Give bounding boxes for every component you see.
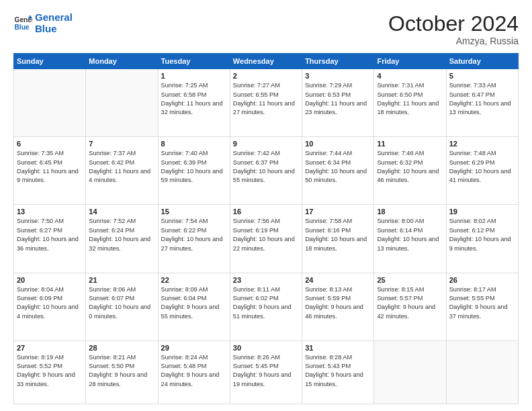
day-number: 17: [305, 208, 371, 216]
calendar-week-1: 1Sunrise: 7:25 AMSunset: 6:58 PMDaylight…: [14, 69, 519, 137]
day-number: 4: [377, 72, 443, 80]
day-number: 27: [17, 344, 83, 352]
day-info: Sunrise: 7:58 AMSunset: 6:16 PMDaylight:…: [305, 217, 371, 253]
day-info: Sunrise: 8:09 AMSunset: 6:04 PMDaylight:…: [161, 285, 227, 321]
calendar-cell: 18Sunrise: 8:00 AMSunset: 6:14 PMDayligh…: [374, 205, 446, 273]
day-number: 31: [305, 344, 371, 352]
day-info: Sunrise: 7:48 AMSunset: 6:29 PMDaylight:…: [449, 149, 515, 185]
calendar-cell: 26Sunrise: 8:17 AMSunset: 5:55 PMDayligh…: [446, 273, 518, 340]
calendar-cell: 4Sunrise: 7:31 AMSunset: 6:50 PMDaylight…: [374, 69, 446, 137]
day-number: 1: [161, 72, 227, 80]
calendar-cell: 7Sunrise: 7:37 AMSunset: 6:42 PMDaylight…: [86, 137, 158, 205]
day-info: Sunrise: 7:46 AMSunset: 6:32 PMDaylight:…: [377, 149, 443, 185]
calendar-cell: 24Sunrise: 8:13 AMSunset: 5:59 PMDayligh…: [302, 273, 374, 340]
day-info: Sunrise: 7:25 AMSunset: 6:58 PMDaylight:…: [161, 81, 227, 117]
col-thursday: Thursday: [302, 54, 374, 69]
calendar-cell: 2Sunrise: 7:27 AMSunset: 6:55 PMDaylight…: [230, 69, 302, 137]
header: General Blue GeneralBlue October 2024 Am…: [13, 12, 519, 46]
day-number: 3: [305, 72, 371, 80]
calendar-cell: 14Sunrise: 7:52 AMSunset: 6:24 PMDayligh…: [86, 205, 158, 273]
calendar-cell: 16Sunrise: 7:56 AMSunset: 6:19 PMDayligh…: [230, 205, 302, 273]
calendar-cell: 3Sunrise: 7:29 AMSunset: 6:53 PMDaylight…: [302, 69, 374, 137]
col-sunday: Sunday: [14, 54, 86, 69]
day-info: Sunrise: 8:28 AMSunset: 5:43 PMDaylight:…: [305, 353, 371, 389]
day-info: Sunrise: 8:15 AMSunset: 5:57 PMDaylight:…: [377, 285, 443, 321]
calendar-cell: 12Sunrise: 7:48 AMSunset: 6:29 PMDayligh…: [446, 137, 518, 205]
location: Amzya, Russia: [388, 36, 519, 46]
calendar-cell: 11Sunrise: 7:46 AMSunset: 6:32 PMDayligh…: [374, 137, 446, 205]
calendar-cell: 27Sunrise: 8:19 AMSunset: 5:52 PMDayligh…: [14, 340, 86, 404]
day-info: Sunrise: 7:37 AMSunset: 6:42 PMDaylight:…: [89, 149, 154, 185]
day-number: 2: [233, 72, 299, 80]
day-number: 25: [377, 276, 443, 284]
calendar-cell: 17Sunrise: 7:58 AMSunset: 6:16 PMDayligh…: [302, 205, 374, 273]
calendar-cell: 19Sunrise: 8:02 AMSunset: 6:12 PMDayligh…: [446, 205, 518, 273]
calendar-week-5: 27Sunrise: 8:19 AMSunset: 5:52 PMDayligh…: [14, 340, 519, 404]
day-info: Sunrise: 7:31 AMSunset: 6:50 PMDaylight:…: [377, 81, 443, 117]
calendar-cell: 6Sunrise: 7:35 AMSunset: 6:45 PMDaylight…: [14, 137, 86, 205]
calendar-cell: 28Sunrise: 8:21 AMSunset: 5:50 PMDayligh…: [86, 340, 158, 404]
day-info: Sunrise: 8:11 AMSunset: 6:02 PMDaylight:…: [233, 285, 299, 321]
calendar-cell: 25Sunrise: 8:15 AMSunset: 5:57 PMDayligh…: [374, 273, 446, 340]
calendar-cell: 21Sunrise: 8:06 AMSunset: 6:07 PMDayligh…: [86, 273, 158, 340]
logo: General Blue GeneralBlue: [13, 12, 73, 34]
day-info: Sunrise: 7:44 AMSunset: 6:34 PMDaylight:…: [305, 149, 371, 185]
day-number: 22: [161, 276, 227, 284]
day-info: Sunrise: 7:50 AMSunset: 6:27 PMDaylight:…: [17, 217, 83, 253]
calendar-cell: 1Sunrise: 7:25 AMSunset: 6:58 PMDaylight…: [158, 69, 230, 137]
calendar-cell: [86, 69, 158, 137]
col-friday: Friday: [374, 54, 446, 69]
day-info: Sunrise: 8:04 AMSunset: 6:09 PMDaylight:…: [17, 285, 83, 321]
calendar-table: Sunday Monday Tuesday Wednesday Thursday…: [13, 53, 519, 404]
day-number: 24: [305, 276, 371, 284]
title-block: October 2024 Amzya, Russia: [388, 12, 519, 46]
day-number: 18: [377, 208, 443, 216]
day-number: 20: [17, 276, 83, 284]
calendar-cell: 15Sunrise: 7:54 AMSunset: 6:22 PMDayligh…: [158, 205, 230, 273]
calendar-cell: 5Sunrise: 7:33 AMSunset: 6:47 PMDaylight…: [446, 69, 518, 137]
day-number: 5: [449, 72, 515, 80]
day-info: Sunrise: 7:27 AMSunset: 6:55 PMDaylight:…: [233, 81, 299, 117]
day-info: Sunrise: 7:33 AMSunset: 6:47 PMDaylight:…: [449, 81, 515, 117]
col-tuesday: Tuesday: [158, 54, 230, 69]
col-monday: Monday: [86, 54, 158, 69]
day-info: Sunrise: 8:17 AMSunset: 5:55 PMDaylight:…: [449, 285, 515, 321]
calendar-cell: 29Sunrise: 8:24 AMSunset: 5:48 PMDayligh…: [158, 340, 230, 404]
day-info: Sunrise: 7:56 AMSunset: 6:19 PMDaylight:…: [233, 217, 299, 253]
calendar-week-3: 13Sunrise: 7:50 AMSunset: 6:27 PMDayligh…: [14, 205, 519, 273]
month-title: October 2024: [388, 12, 519, 36]
svg-text:Blue: Blue: [15, 23, 30, 30]
calendar-cell: [446, 340, 518, 404]
day-number: 15: [161, 208, 227, 216]
calendar-cell: 31Sunrise: 8:28 AMSunset: 5:43 PMDayligh…: [302, 340, 374, 404]
day-info: Sunrise: 7:54 AMSunset: 6:22 PMDaylight:…: [161, 217, 227, 253]
logo-icon: General Blue: [13, 14, 32, 33]
calendar-week-2: 6Sunrise: 7:35 AMSunset: 6:45 PMDaylight…: [14, 137, 519, 205]
day-number: 23: [233, 276, 299, 284]
day-info: Sunrise: 8:24 AMSunset: 5:48 PMDaylight:…: [161, 353, 227, 389]
day-info: Sunrise: 8:00 AMSunset: 6:14 PMDaylight:…: [377, 217, 443, 253]
day-number: 11: [377, 140, 443, 148]
day-info: Sunrise: 7:40 AMSunset: 6:39 PMDaylight:…: [161, 149, 227, 185]
calendar-cell: [374, 340, 446, 404]
day-number: 26: [449, 276, 515, 284]
calendar-cell: 13Sunrise: 7:50 AMSunset: 6:27 PMDayligh…: [14, 205, 86, 273]
calendar-cell: 9Sunrise: 7:42 AMSunset: 6:37 PMDaylight…: [230, 137, 302, 205]
day-number: 8: [161, 140, 227, 148]
day-number: 6: [17, 140, 83, 148]
calendar-cell: 8Sunrise: 7:40 AMSunset: 6:39 PMDaylight…: [158, 137, 230, 205]
calendar-week-4: 20Sunrise: 8:04 AMSunset: 6:09 PMDayligh…: [14, 273, 519, 340]
day-info: Sunrise: 8:13 AMSunset: 5:59 PMDaylight:…: [305, 285, 371, 321]
day-info: Sunrise: 7:29 AMSunset: 6:53 PMDaylight:…: [305, 81, 371, 117]
page: General Blue GeneralBlue October 2024 Am…: [0, 0, 532, 411]
calendar-cell: 10Sunrise: 7:44 AMSunset: 6:34 PMDayligh…: [302, 137, 374, 205]
day-info: Sunrise: 7:35 AMSunset: 6:45 PMDaylight:…: [17, 149, 83, 185]
day-number: 12: [449, 140, 515, 148]
day-info: Sunrise: 7:52 AMSunset: 6:24 PMDaylight:…: [89, 217, 154, 253]
day-number: 30: [233, 344, 299, 352]
day-number: 28: [89, 344, 154, 352]
day-number: 19: [449, 208, 515, 216]
day-number: 21: [89, 276, 154, 284]
day-number: 10: [305, 140, 371, 148]
day-info: Sunrise: 8:21 AMSunset: 5:50 PMDaylight:…: [89, 353, 154, 389]
